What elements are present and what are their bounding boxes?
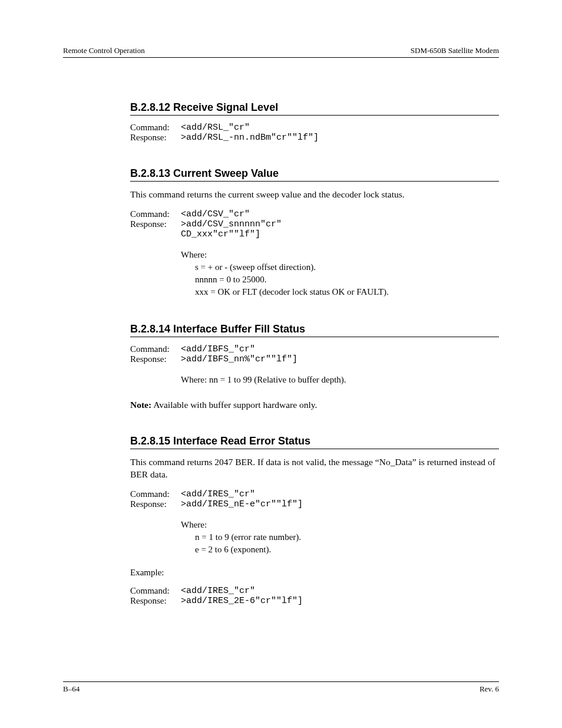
ibfs-response: >add/IBFS_nn%"cr""lf"] — [181, 354, 346, 364]
ires-command: <add/IRES_"cr" — [181, 489, 303, 499]
ires-response: >add/IRES_nE-e"cr""lf"] — [181, 499, 303, 509]
header-left: Remote Control Operation — [63, 46, 145, 55]
example-label: Example: — [130, 568, 499, 578]
command-label: Command: — [130, 344, 181, 354]
page-content: B.2.8.12 Receive Signal Level Command: <… — [63, 58, 499, 606]
command-label: Command: — [130, 209, 181, 219]
ires-where: Where: n = 1 to 9 (error rate number). e… — [181, 520, 303, 556]
command-label: Command: — [130, 489, 181, 499]
ibfs-command: <add/IBFS_"cr" — [181, 344, 346, 354]
ires-where-2: e = 2 to 6 (exponent). — [195, 543, 303, 556]
note-body: Available with buffer support hardware o… — [151, 400, 317, 410]
where-label: Where: — [181, 520, 303, 530]
ibfs-block: Command: <add/IBFS_"cr" Response: >add/I… — [130, 344, 346, 385]
command-label: Command: — [130, 123, 181, 133]
ires-ex-response: >add/IRES_2E-6"cr""lf"] — [181, 596, 303, 606]
running-foot: B–64 Rev. 6 — [63, 681, 499, 694]
ires-block: Command: <add/IRES_"cr" Response: >add/I… — [130, 489, 303, 556]
heading-b-2-8-15: B.2.8.15 Interface Read Error Status — [130, 435, 499, 449]
heading-b-2-8-12: B.2.8.12 Receive Signal Level — [130, 101, 499, 116]
response-label: Response: — [130, 499, 181, 509]
csv-block: Command: <add/CSV_"cr" Response: >add/CS… — [130, 209, 389, 298]
response-label: Response: — [130, 596, 181, 606]
response-label: Response: — [130, 133, 181, 143]
heading-b-2-8-14: B.2.8.14 Interface Buffer Fill Status — [130, 323, 499, 337]
rsl-response: >add/RSL_-nn.ndBm"cr""lf"] — [181, 133, 319, 143]
response-label: Response: — [130, 354, 181, 364]
ibfs-where: Where: nn = 1 to 99 (Relative to buffer … — [181, 375, 346, 385]
csv-where: Where: s = + or - (sweep offset directio… — [181, 250, 389, 298]
csv-response: >add/CSV_snnnnn"cr" CD_xxx"cr""lf"] — [181, 219, 389, 239]
csv-where-2: nnnnn = 0 to 25000. — [195, 274, 389, 286]
heading-b-2-8-13: B.2.8.13 Current Sweep Value — [130, 167, 499, 182]
where-label: Where: — [181, 250, 389, 260]
footer-left: B–64 — [63, 684, 80, 694]
rsl-block: Command: <add/RSL_"cr" Response: >add/RS… — [130, 123, 319, 143]
csv-where-1: s = + or - (sweep offset direction). — [195, 261, 389, 274]
ires-para: This command returns 2047 BER. If data i… — [130, 456, 499, 481]
csv-command: <add/CSV_"cr" — [181, 209, 389, 219]
running-head: Remote Control Operation SDM-650B Satell… — [63, 46, 499, 58]
note-label: Note: — [130, 400, 151, 410]
footer-right: Rev. 6 — [480, 684, 499, 694]
command-label: Command: — [130, 586, 181, 596]
ires-example: Command: <add/IRES_"cr" Response: >add/I… — [130, 586, 303, 606]
csv-para: This command returns the current sweep v… — [130, 189, 499, 201]
rsl-command: <add/RSL_"cr" — [181, 123, 319, 133]
ibfs-note: Note: Available with buffer support hard… — [130, 399, 499, 411]
ires-where-1: n = 1 to 9 (error rate number). — [195, 531, 303, 543]
csv-where-3: xxx = OK or FLT (decoder lock status OK … — [195, 286, 389, 298]
ires-ex-command: <add/IRES_"cr" — [181, 586, 303, 596]
response-label: Response: — [130, 219, 181, 239]
header-right: SDM-650B Satellite Modem — [411, 46, 499, 55]
